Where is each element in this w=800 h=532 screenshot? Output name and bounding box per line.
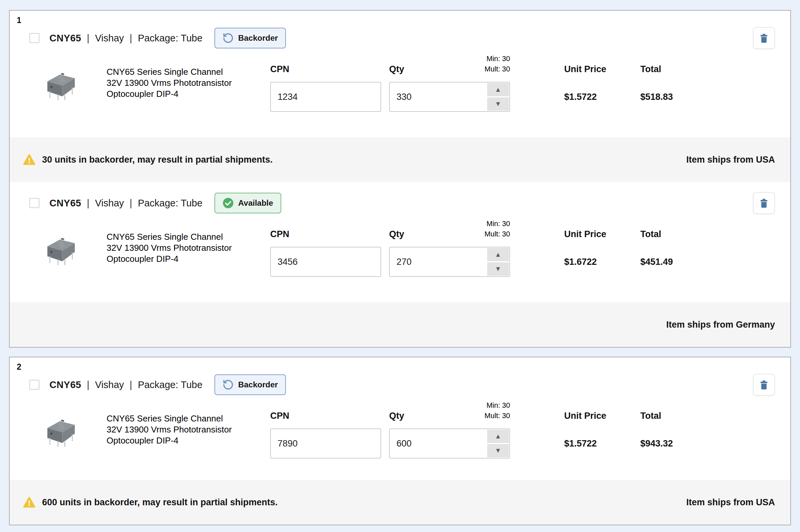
item-footer-bar: Item ships from Germany	[10, 302, 790, 347]
title-separator: |	[87, 33, 90, 43]
delete-item-button[interactable]	[753, 192, 775, 214]
unit-price-value: $1.5722	[564, 438, 624, 449]
product-description: CNY65 Series Single Channel 32V 13900 Vr…	[107, 66, 264, 99]
item-footer-bar: 30 units in backorder, may result in par…	[10, 137, 790, 182]
group-number: 1	[17, 15, 790, 25]
qty-decrement-button[interactable]: ▼	[487, 263, 509, 276]
qty-stepper: ▲ ▼	[389, 82, 510, 112]
refresh-ccw-icon	[223, 32, 234, 44]
warning-text: 30 units in backorder, may result in par…	[42, 155, 272, 165]
min-mult-info: Min: 30 Mult: 30	[485, 400, 510, 421]
product-image	[42, 415, 79, 449]
product-description: CNY65 Series Single Channel 32V 13900 Vr…	[107, 231, 264, 265]
package-type: Package: Tube	[138, 33, 203, 43]
qty-label: Qty	[389, 411, 404, 421]
part-number: CNY65	[50, 379, 81, 390]
cpn-label: CPN	[270, 229, 289, 240]
min-qty: Min: 30	[485, 219, 510, 229]
item-select-checkbox[interactable]	[30, 380, 39, 390]
unit-price-value: $1.5722	[564, 92, 624, 102]
unit-price-label: Unit Price	[564, 229, 606, 240]
mult-qty: Mult: 30	[485, 411, 510, 421]
refresh-ccw-icon	[223, 379, 234, 391]
cpn-label: CPN	[270, 411, 289, 421]
title-separator: |	[130, 33, 132, 43]
backorder-warning: 600 units in backorder, may result in pa…	[23, 496, 278, 509]
cart-item: CNY65|Vishay|Package: Tube Available CNY…	[10, 192, 790, 347]
status-badge: Available	[214, 193, 281, 213]
min-mult-info: Min: 30 Mult: 30	[485, 219, 510, 240]
cart-group: 2 CNY65|Vishay|Package: Tube Backorder C…	[9, 357, 791, 525]
warning-triangle-icon	[23, 496, 35, 509]
group-number: 2	[17, 362, 790, 372]
min-qty: Min: 30	[485, 400, 510, 411]
trash-icon	[758, 197, 770, 209]
delete-item-button[interactable]	[753, 27, 775, 49]
qty-decrement-button[interactable]: ▼	[487, 97, 509, 111]
product-description: CNY65 Series Single Channel 32V 13900 Vr…	[107, 413, 264, 446]
check-circle-icon	[223, 197, 234, 209]
warning-text: 600 units in backorder, may result in pa…	[42, 497, 278, 508]
backorder-warning: 30 units in backorder, may result in par…	[23, 154, 272, 166]
unit-price-value: $1.6722	[564, 257, 624, 267]
unit-price-label: Unit Price	[564, 64, 606, 75]
cpn-input[interactable]	[270, 247, 381, 277]
title-separator: |	[130, 198, 132, 208]
cpn-label: CPN	[270, 64, 289, 75]
cart-item: CNY65|Vishay|Package: Tube Backorder CNY…	[10, 374, 790, 525]
package-type: Package: Tube	[138, 379, 203, 390]
item-body: CNY65 Series Single Channel 32V 13900 Vr…	[10, 57, 790, 112]
qty-label: Qty	[389, 229, 404, 240]
delete-item-button[interactable]	[753, 374, 775, 396]
ships-from-text: Item ships from USA	[686, 497, 775, 508]
qty-increment-button[interactable]: ▲	[487, 83, 509, 96]
min-qty: Min: 30	[485, 54, 510, 64]
manufacturer: Vishay	[95, 379, 124, 390]
total-value: $943.32	[640, 438, 707, 449]
total-value: $451.49	[640, 257, 707, 267]
trash-icon	[758, 378, 770, 391]
mult-qty: Mult: 30	[485, 64, 510, 75]
cart-group: 1 CNY65|Vishay|Package: Tube Backorder C…	[9, 10, 791, 348]
warning-triangle-icon	[23, 154, 35, 166]
qty-increment-button[interactable]: ▲	[487, 430, 509, 443]
total-label: Total	[640, 64, 661, 75]
cpn-input[interactable]	[270, 429, 381, 458]
total-label: Total	[640, 229, 661, 240]
ships-from-text: Item ships from Germany	[666, 320, 775, 330]
item-title: CNY65|Vishay|Package: Tube	[50, 33, 203, 44]
trash-icon	[758, 32, 770, 44]
title-separator: |	[130, 379, 132, 390]
product-image	[42, 68, 79, 102]
optocoupler-package-image	[42, 415, 79, 448]
item-body: CNY65 Series Single Channel 32V 13900 Vr…	[10, 222, 790, 277]
qty-label: Qty	[389, 64, 404, 75]
item-title: CNY65|Vishay|Package: Tube	[50, 379, 203, 391]
item-header: CNY65|Vishay|Package: Tube Available	[10, 192, 790, 214]
total-value: $518.83	[640, 92, 707, 102]
qty-increment-button[interactable]: ▲	[487, 248, 509, 261]
part-number: CNY65	[50, 33, 81, 43]
qty-decrement-button[interactable]: ▼	[487, 444, 509, 457]
manufacturer: Vishay	[95, 198, 124, 208]
title-separator: |	[87, 379, 90, 390]
cpn-input[interactable]	[270, 82, 381, 112]
item-select-checkbox[interactable]	[30, 33, 39, 43]
status-label: Backorder	[238, 33, 278, 43]
ships-from-text: Item ships from USA	[686, 155, 775, 165]
qty-stepper: ▲ ▼	[389, 247, 510, 277]
status-badge: Backorder	[214, 28, 286, 49]
unit-price-label: Unit Price	[564, 411, 606, 421]
item-body: CNY65 Series Single Channel 32V 13900 Vr…	[10, 404, 790, 458]
cart-item: CNY65|Vishay|Package: Tube Backorder CNY…	[10, 27, 790, 182]
optocoupler-package-image	[42, 68, 79, 101]
item-header: CNY65|Vishay|Package: Tube Backorder	[10, 27, 790, 49]
package-type: Package: Tube	[138, 198, 203, 208]
status-badge: Backorder	[214, 374, 286, 395]
item-select-checkbox[interactable]	[30, 198, 39, 208]
manufacturer: Vishay	[95, 33, 124, 43]
part-number: CNY65	[50, 198, 81, 208]
min-mult-info: Min: 30 Mult: 30	[485, 54, 510, 75]
item-header: CNY65|Vishay|Package: Tube Backorder	[10, 374, 790, 396]
optocoupler-package-image	[42, 233, 79, 266]
